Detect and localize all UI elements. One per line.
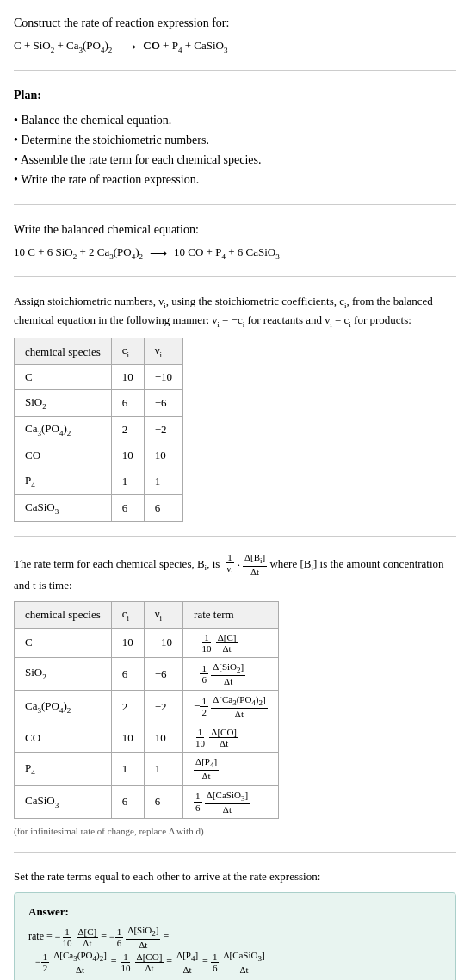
vi-ca3po4: −2 [144,417,182,443]
table-row: CO 10 10 [15,443,183,468]
table-row: CO 10 10 110 Δ[CO]Δt [15,723,279,753]
plan-list: Balance the chemical equation. Determine… [14,111,456,189]
eq-c: C + SiO2 + Ca3(PO4)2 [14,37,112,56]
vi-casio3: 6 [144,494,182,521]
plan-step-4: Write the rate of reaction expression. [14,171,456,189]
species-ca3po4: Ca3(PO4)2 [15,417,112,443]
section-stoich: Assign stoichiometric numbers, νi, using… [14,293,456,537]
table-row: Ca3(PO4)2 2 −2 [15,417,183,443]
plan-step-3: Assemble the rate term for each chemical… [14,151,456,169]
species-p4: P4 [15,468,112,494]
plan-step-2: Determine the stoichiometric numbers. [14,131,456,149]
main-equation: C + SiO2 + Ca3(PO4)2 ⟶ CO + P4 + CaSiO3 [14,37,456,56]
table-row: SiO2 6 −6 −16 Δ[SiO2]Δt [15,657,279,690]
table-row: CaSiO3 6 6 16 Δ[CaSiO3]Δt [15,785,279,818]
eq-products: CO + P4 + CaSiO3 [143,37,227,56]
section-plan: Plan: Balance the chemical equation. Det… [14,86,456,205]
eq-arrow: ⟶ [119,38,136,56]
section-rate-terms: The rate term for each chemical species,… [14,552,456,853]
rt-rate-p4: Δ[P4]Δt [183,753,279,785]
species-co: CO [15,443,112,468]
vi-c: −10 [144,365,182,390]
rate-expression: rate = −110 Δ[C]Δt = −16 Δ[SiO2]Δt = −12… [28,925,442,975]
ci-casio3: 6 [111,494,144,521]
rate-terms-table: chemical species ci νi rate term C 10 −1… [14,601,279,819]
bal-reactants: 10 C + 6 SiO2 + 2 Ca3(PO4)2 [14,244,143,263]
stoich-table: chemical species ci νi C 10 −10 SiO2 6 −… [14,338,183,521]
answer-box: Answer: rate = −110 Δ[C]Δt = −16 Δ[SiO2]… [14,892,456,980]
rt-col-ci: ci [111,601,144,628]
rt-ci-co: 10 [111,723,144,753]
rt-col-rate: rate term [183,601,279,628]
construct-title: Construct the rate of reaction expressio… [14,14,456,32]
rt-rate-ca3po4: −12 Δ[Ca3(PO4)2]Δt [183,690,279,723]
bal-products: 10 CO + P4 + 6 CaSiO3 [174,244,280,263]
species-casio3: CaSiO3 [15,494,112,521]
answer-set-heading: Set the rate terms equal to each other t… [14,868,456,885]
rt-species-p4: P4 [15,753,112,785]
table-row: SiO2 6 −6 [15,389,183,416]
rt-ci-ca3po4: 2 [111,690,144,723]
section-answer: Set the rate terms equal to each other t… [14,868,456,980]
rt-species-casio3: CaSiO3 [15,785,112,818]
vi-p4: 1 [144,468,182,494]
balanced-equation: 10 C + 6 SiO2 + 2 Ca3(PO4)2 ⟶ 10 CO + P4… [14,244,456,263]
ci-p4: 1 [111,468,144,494]
table-row: C 10 −10 [15,365,183,390]
rt-species-c: C [15,628,112,657]
rt-rate-c: −110 Δ[C]Δt [183,628,279,657]
col-ci: ci [111,338,144,365]
ci-ca3po4: 2 [111,417,144,443]
table-row: P4 1 1 Δ[P4]Δt [15,753,279,785]
rt-rate-sio2: −16 Δ[SiO2]Δt [183,657,279,690]
rate-footnote: (for infinitesimal rate of change, repla… [14,824,456,839]
answer-label: Answer: [28,903,442,921]
rt-vi-co: 10 [144,723,182,753]
rt-vi-p4: 1 [144,753,182,785]
vi-co: 10 [144,443,182,468]
ci-c: 10 [111,365,144,390]
rt-species-co: CO [15,723,112,753]
plan-heading: Plan: [14,86,456,104]
rt-vi-sio2: −6 [144,657,182,690]
section-title: Construct the rate of reaction expressio… [14,14,456,71]
rt-rate-casio3: 16 Δ[CaSiO3]Δt [183,785,279,818]
table-row: Ca3(PO4)2 2 −2 −12 Δ[Ca3(PO4)2]Δt [15,690,279,723]
col-vi: νi [144,338,182,365]
species-sio2: SiO2 [15,389,112,416]
section-balanced-eq: Write the balanced chemical equation: 10… [14,220,456,277]
rt-ci-c: 10 [111,628,144,657]
vi-sio2: −6 [144,389,182,416]
rt-vi-casio3: 6 [144,785,182,818]
bal-arrow: ⟶ [150,245,167,263]
rt-species-sio2: SiO2 [15,657,112,690]
col-species: chemical species [15,338,112,365]
ci-sio2: 6 [111,389,144,416]
table-row: C 10 −10 −110 Δ[C]Δt [15,628,279,657]
rate-terms-heading: The rate term for each chemical species,… [14,552,456,594]
table-row: P4 1 1 [15,468,183,494]
rt-col-species: chemical species [15,601,112,628]
rt-ci-sio2: 6 [111,657,144,690]
rt-ci-casio3: 6 [111,785,144,818]
ci-co: 10 [111,443,144,468]
rt-ci-p4: 1 [111,753,144,785]
rt-rate-co: 110 Δ[CO]Δt [183,723,279,753]
rt-vi-c: −10 [144,628,182,657]
table-row: CaSiO3 6 6 [15,494,183,521]
balanced-heading: Write the balanced chemical equation: [14,220,456,239]
rt-species-ca3po4: Ca3(PO4)2 [15,690,112,723]
rt-vi-ca3po4: −2 [144,690,182,723]
rt-col-vi: νi [144,601,182,628]
species-c: C [15,365,112,390]
rate-label: rate = [28,931,55,943]
stoich-heading: Assign stoichiometric numbers, νi, using… [14,293,456,331]
plan-step-1: Balance the chemical equation. [14,111,456,129]
